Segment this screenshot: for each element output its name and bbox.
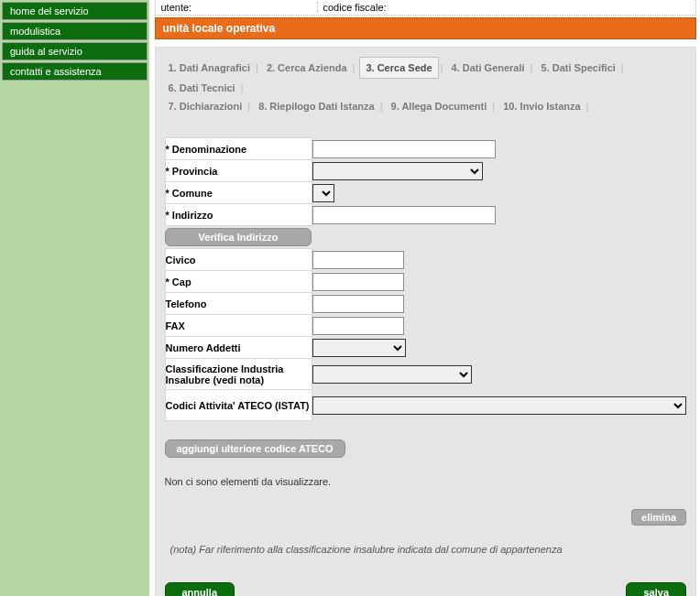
class-industria-select[interactable] xyxy=(312,365,472,384)
salva-button[interactable]: salva xyxy=(626,582,686,596)
provincia-select[interactable] xyxy=(312,162,483,180)
comune-select[interactable] xyxy=(312,184,334,202)
denominazione-label: * Denominazione xyxy=(165,138,312,160)
class-industria-label: Classificazione Industria Insalubre (ved… xyxy=(165,359,312,390)
indirizzo-input[interactable] xyxy=(312,206,496,224)
sidebar-item-contatti[interactable]: contatti e assistenza xyxy=(2,62,148,81)
provincia-label: * Provincia xyxy=(165,160,312,182)
numero-addetti-label: Numero Addetti xyxy=(165,337,312,359)
form-table: * Denominazione * Provincia * Comune * I… xyxy=(165,137,687,421)
cap-input[interactable] xyxy=(312,273,404,291)
numero-addetti-select[interactable] xyxy=(312,339,406,357)
civico-label: Civico xyxy=(165,249,312,271)
annulla-button[interactable]: annulla xyxy=(165,582,235,596)
wizard-step-3[interactable]: 3. Cerca Sede xyxy=(359,57,438,79)
fax-input[interactable] xyxy=(312,317,404,335)
codici-ateco-select[interactable] xyxy=(312,396,686,415)
empty-message: Non ci sono elementi da visualizzare. xyxy=(165,476,687,487)
content-area: 1. Dati Anagrafici| 2. Cerca Azienda| 3.… xyxy=(155,47,697,596)
section-title: unità locale operativa xyxy=(155,17,697,39)
wizard-step-9[interactable]: 9. Allega Documenti xyxy=(388,97,491,115)
fax-label: FAX xyxy=(165,315,312,337)
add-ateco-button[interactable]: aggiungi ulteriore codice ATECO xyxy=(165,439,345,458)
telefono-label: Telefono xyxy=(165,293,312,315)
wizard-steps: 1. Dati Anagrafici| 2. Cerca Azienda| 3.… xyxy=(165,57,687,115)
verifica-indirizzo-button[interactable]: Verifica Indirizzo xyxy=(165,228,312,246)
sidebar-item-modulistica[interactable]: modulistica xyxy=(2,22,148,40)
wizard-step-5[interactable]: 5. Dati Specifici xyxy=(538,59,619,77)
telefono-input[interactable] xyxy=(312,295,404,313)
topbar-codice-label: codice fiscale: xyxy=(317,2,691,13)
topbar-utente-label: utente: xyxy=(161,2,317,13)
topbar: utente: codice fiscale: xyxy=(155,0,697,16)
cap-label: * Cap xyxy=(165,271,312,293)
note-text: (nota) Far riferimento alla classificazi… xyxy=(170,544,687,555)
wizard-step-1[interactable]: 1. Dati Anagrafici xyxy=(165,59,254,77)
codici-ateco-label: Codici Attivita' ATECO (ISTAT) xyxy=(165,390,312,421)
civico-input[interactable] xyxy=(312,251,404,269)
wizard-step-6[interactable]: 6. Dati Tecnici xyxy=(165,79,239,97)
sidebar-item-home[interactable]: home del servizio xyxy=(2,2,148,20)
denominazione-input[interactable] xyxy=(312,140,496,158)
wizard-step-8[interactable]: 8. Riepilogo Dati Istanza xyxy=(255,97,378,115)
elimina-button[interactable]: elimina xyxy=(631,509,686,526)
sidebar: home del servizio modulistica guida al s… xyxy=(0,0,149,596)
comune-label: * Comune xyxy=(165,182,312,204)
wizard-step-4[interactable]: 4. Dati Generali xyxy=(448,59,529,77)
wizard-step-2[interactable]: 2. Cerca Azienda xyxy=(263,59,351,77)
sidebar-item-guida[interactable]: guida al servizio xyxy=(2,42,148,60)
wizard-step-10[interactable]: 10. Invio Istanza xyxy=(499,97,584,115)
indirizzo-label: * Indirizzo xyxy=(165,204,312,226)
wizard-step-7[interactable]: 7. Dichiarazioni xyxy=(165,97,246,115)
